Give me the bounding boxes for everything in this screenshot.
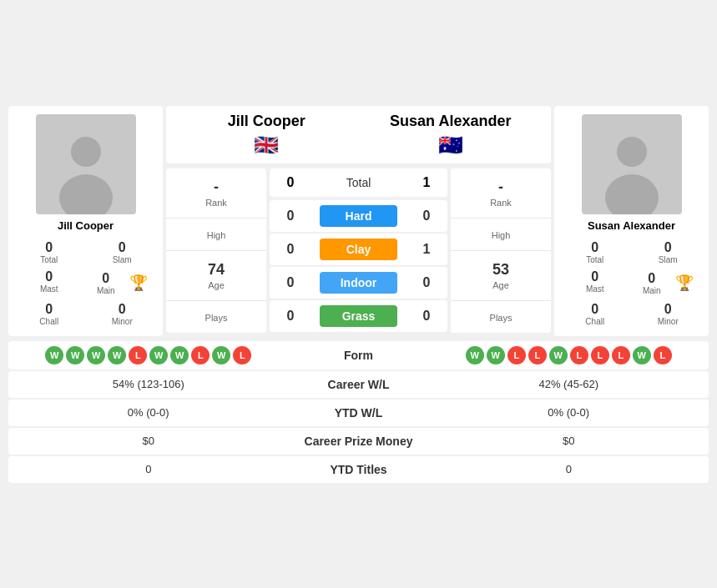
form-badge: W: [87, 346, 105, 364]
form-badge: W: [149, 346, 168, 364]
form-badge: W: [170, 346, 189, 364]
center-panel: Jill Cooper 🇬🇧 Susan Alexander 🇦🇺 - Rank: [166, 106, 551, 336]
left-stat-chall: 0 Chall: [17, 300, 82, 328]
left-prize: $0: [22, 435, 275, 447]
right-flag: 🇦🇺: [438, 133, 463, 157]
left-flag: 🇬🇧: [254, 133, 279, 157]
left-stat-total: 0 Total: [17, 239, 82, 266]
ytd-wl-row: 0% (0-0) YTD W/L 0% (0-0): [8, 400, 709, 426]
right-player-card: Susan Alexander 0 Total 0 Slam 0 Mast 0: [554, 106, 709, 336]
form-badge: W: [487, 346, 505, 364]
right-header-info: Susan Alexander 🇦🇺: [359, 113, 543, 157]
left-rank-card: - Rank High 74 Age Plays: [166, 168, 266, 333]
career-wl-label: Career W/L: [275, 378, 442, 391]
left-header-name: Jill Cooper: [228, 113, 305, 130]
left-player-card: Jill Cooper 0 Total 0 Slam 0 Mast 0: [8, 106, 163, 336]
prize-row: $0 Career Prize Money $0: [8, 428, 709, 455]
form-row: WWWWLWWLWL Form WWLLWLLLWL: [8, 341, 709, 369]
svg-point-0: [71, 137, 101, 167]
left-plays-cell: Plays: [166, 301, 266, 333]
career-wl-row: 54% (123-106) Career W/L 42% (45-62): [8, 371, 709, 398]
right-player-avatar: [582, 114, 682, 214]
form-badge: L: [233, 346, 251, 364]
right-rank-card: - Rank High 53 Age Plays: [451, 168, 551, 333]
left-trophy-icon: 🏆: [129, 274, 148, 292]
left-rank-cell: - Rank: [166, 168, 266, 219]
form-badge: L: [528, 346, 547, 364]
right-prize: $0: [442, 435, 696, 447]
right-stats-grid: 0 Total 0 Slam 0 Mast 0 Main 🏆: [563, 239, 700, 328]
form-badge: W: [549, 346, 568, 364]
right-stat-mast: 0 Mast: [563, 268, 628, 299]
form-badge: W: [45, 346, 63, 364]
left-player-avatar: [36, 114, 136, 214]
right-titles: 0: [442, 463, 696, 475]
left-stat-mast: 0 Mast: [17, 268, 82, 299]
form-badge: L: [507, 346, 526, 364]
total-row: 0 Total 1: [270, 168, 447, 197]
right-player-name: Susan Alexander: [588, 219, 675, 232]
left-ytd-wl: 0% (0-0): [22, 406, 275, 419]
svg-point-1: [59, 174, 113, 214]
right-career-wl: 42% (45-62): [442, 378, 696, 390]
match-table: 0 Total 1 0 Hard 0 0 Clay 1: [270, 168, 447, 333]
ytd-wl-label: YTD W/L: [275, 406, 442, 420]
left-high-cell: High: [166, 219, 266, 251]
left-header-info: Jill Cooper 🇬🇧: [174, 113, 359, 157]
bottom-rows: WWWWLWWLWL Form WWLLWLLLWL 54% (123-106)…: [8, 341, 709, 483]
right-stat-slam: 0 Slam: [636, 239, 701, 266]
indoor-row: 0 Indoor 0: [270, 267, 447, 299]
form-badge: W: [212, 346, 230, 364]
left-age-cell: 74 Age: [166, 251, 266, 301]
titles-label: YTD Titles: [275, 463, 442, 476]
right-plays-cell: Plays: [451, 301, 551, 333]
player-header-row: Jill Cooper 🇬🇧 Susan Alexander 🇦🇺: [166, 106, 551, 163]
right-header-name: Susan Alexander: [390, 113, 511, 130]
form-badge: W: [66, 346, 84, 364]
right-stat-chall: 0 Chall: [563, 300, 628, 328]
right-stat-minor: 0 Minor: [636, 300, 701, 328]
form-badge: L: [591, 346, 609, 364]
right-stat-total: 0 Total: [563, 239, 628, 266]
form-badge: L: [612, 346, 630, 364]
grass-row: 0 Grass 0: [270, 300, 447, 332]
left-trophy: 0 Main 🏆: [90, 268, 155, 299]
right-form-badges: WWLLWLLLWL: [442, 346, 696, 364]
right-rank-cell: - Rank: [451, 168, 551, 219]
form-badge: L: [570, 346, 588, 364]
titles-row: 0 YTD Titles 0: [8, 456, 709, 483]
right-trophy-icon: 🏆: [675, 274, 694, 292]
left-player-name: Jill Cooper: [58, 219, 114, 232]
prize-label: Career Prize Money: [275, 435, 442, 448]
right-ytd-wl: 0% (0-0): [442, 406, 696, 419]
middle-content: - Rank High 74 Age Plays: [166, 168, 551, 333]
right-age-cell: 53 Age: [451, 251, 551, 301]
clay-row: 0 Clay 1: [270, 234, 447, 265]
left-stat-minor: 0 Minor: [90, 300, 155, 328]
form-badge: W: [633, 346, 651, 364]
left-titles: 0: [22, 463, 275, 475]
form-label: Form: [275, 349, 442, 362]
svg-point-2: [617, 137, 647, 167]
hard-row: 0 Hard 0: [270, 200, 447, 232]
left-stats-grid: 0 Total 0 Slam 0 Mast 0 Main 🏆: [17, 239, 154, 328]
form-badge: L: [654, 346, 672, 364]
form-badge: W: [466, 346, 484, 364]
left-stat-slam: 0 Slam: [90, 239, 155, 266]
form-badge: W: [108, 346, 126, 364]
form-badge: L: [129, 346, 147, 364]
left-career-wl: 54% (123-106): [22, 378, 275, 390]
svg-point-3: [605, 174, 659, 214]
left-form-badges: WWWWLWWLWL: [22, 346, 275, 364]
right-trophy: 0 Main 🏆: [636, 268, 701, 299]
form-badge: L: [191, 346, 210, 364]
right-high-cell: High: [451, 219, 551, 251]
